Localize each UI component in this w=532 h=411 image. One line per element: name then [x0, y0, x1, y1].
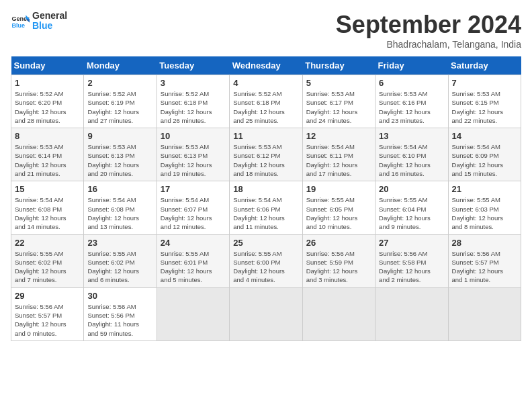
- calendar-week-0: 1Sunrise: 5:52 AMSunset: 6:20 PMDaylight…: [11, 75, 521, 128]
- day-header-monday: Monday: [84, 56, 157, 75]
- calendar-cell-19: 19Sunrise: 5:55 AMSunset: 6:05 PMDayligh…: [302, 181, 375, 234]
- day-number: 8: [15, 131, 80, 141]
- day-number: 2: [87, 78, 152, 88]
- day-info: Sunrise: 5:56 AMSunset: 5:57 PMDaylight:…: [15, 303, 66, 337]
- day-header-sunday: Sunday: [11, 56, 84, 75]
- day-info: Sunrise: 5:52 AMSunset: 6:18 PMDaylight:…: [161, 90, 212, 124]
- day-number: 30: [87, 291, 152, 301]
- day-info: Sunrise: 5:55 AMSunset: 6:01 PMDaylight:…: [161, 250, 212, 284]
- day-number: 14: [452, 131, 517, 141]
- logo-blue: Blue: [32, 21, 67, 31]
- day-header-wednesday: Wednesday: [230, 56, 302, 75]
- day-info: Sunrise: 5:56 AMSunset: 5:59 PMDaylight:…: [306, 250, 358, 284]
- day-info: Sunrise: 5:55 AMSunset: 6:05 PMDaylight:…: [306, 196, 358, 230]
- day-info: Sunrise: 5:55 AMSunset: 6:02 PMDaylight:…: [15, 250, 66, 284]
- day-number: 21: [452, 184, 517, 194]
- calendar-cell-empty-44: [302, 287, 375, 340]
- day-header-tuesday: Tuesday: [157, 56, 229, 75]
- day-info: Sunrise: 5:53 AMSunset: 6:12 PMDaylight:…: [233, 143, 285, 177]
- day-info: Sunrise: 5:54 AMSunset: 6:10 PMDaylight:…: [379, 143, 431, 177]
- day-info: Sunrise: 5:54 AMSunset: 6:07 PMDaylight:…: [161, 196, 212, 230]
- day-info: Sunrise: 5:54 AMSunset: 6:08 PMDaylight:…: [87, 196, 139, 230]
- month-title: September 2024: [336, 11, 521, 39]
- calendar-cell-14: 14Sunrise: 5:54 AMSunset: 6:09 PMDayligh…: [448, 128, 521, 181]
- calendar-cell-30: 30Sunrise: 5:56 AMSunset: 5:56 PMDayligh…: [84, 287, 157, 340]
- day-number: 3: [161, 78, 226, 88]
- calendar-cell-18: 18Sunrise: 5:54 AMSunset: 6:06 PMDayligh…: [230, 181, 302, 234]
- day-info: Sunrise: 5:54 AMSunset: 6:09 PMDaylight:…: [452, 143, 504, 177]
- calendar-cell-6: 6Sunrise: 5:53 AMSunset: 6:16 PMDaylight…: [375, 75, 448, 128]
- calendar-cell-22: 22Sunrise: 5:55 AMSunset: 6:02 PMDayligh…: [11, 234, 84, 287]
- svg-text:Blue: Blue: [11, 22, 25, 29]
- day-header-saturday: Saturday: [448, 56, 521, 75]
- logo: General Blue General Blue: [11, 11, 67, 32]
- calendar-cell-7: 7Sunrise: 5:53 AMSunset: 6:15 PMDaylight…: [448, 75, 521, 128]
- calendar-cell-20: 20Sunrise: 5:55 AMSunset: 6:04 PMDayligh…: [375, 181, 448, 234]
- day-info: Sunrise: 5:54 AMSunset: 6:11 PMDaylight:…: [306, 143, 358, 177]
- day-number: 16: [87, 184, 152, 194]
- day-number: 17: [161, 184, 226, 194]
- day-info: Sunrise: 5:54 AMSunset: 6:08 PMDaylight:…: [15, 196, 66, 230]
- day-info: Sunrise: 5:55 AMSunset: 6:00 PMDaylight:…: [233, 250, 285, 284]
- day-number: 7: [452, 78, 517, 88]
- calendar-cell-12: 12Sunrise: 5:54 AMSunset: 6:11 PMDayligh…: [302, 128, 375, 181]
- calendar-cell-8: 8Sunrise: 5:53 AMSunset: 6:14 PMDaylight…: [11, 128, 84, 181]
- calendar-cell-24: 24Sunrise: 5:55 AMSunset: 6:01 PMDayligh…: [157, 234, 229, 287]
- day-number: 18: [233, 184, 298, 194]
- logo-icon: General Blue: [11, 11, 30, 30]
- calendar-cell-15: 15Sunrise: 5:54 AMSunset: 6:08 PMDayligh…: [11, 181, 84, 234]
- calendar-cell-4: 4Sunrise: 5:52 AMSunset: 6:18 PMDaylight…: [230, 75, 302, 128]
- day-header-thursday: Thursday: [302, 56, 375, 75]
- day-info: Sunrise: 5:53 AMSunset: 6:14 PMDaylight:…: [15, 143, 66, 177]
- day-number: 22: [15, 238, 80, 248]
- calendar-cell-26: 26Sunrise: 5:56 AMSunset: 5:59 PMDayligh…: [302, 234, 375, 287]
- day-number: 27: [379, 238, 444, 248]
- calendar-cell-9: 9Sunrise: 5:53 AMSunset: 6:13 PMDaylight…: [84, 128, 157, 181]
- title-block: September 2024 Bhadrachalam, Telangana, …: [336, 11, 521, 50]
- day-number: 6: [379, 78, 444, 88]
- day-info: Sunrise: 5:53 AMSunset: 6:13 PMDaylight:…: [161, 143, 212, 177]
- day-number: 9: [87, 131, 152, 141]
- day-number: 13: [379, 131, 444, 141]
- day-info: Sunrise: 5:56 AMSunset: 5:56 PMDaylight:…: [87, 303, 139, 337]
- calendar-cell-5: 5Sunrise: 5:53 AMSunset: 6:17 PMDaylight…: [302, 75, 375, 128]
- calendar-week-2: 15Sunrise: 5:54 AMSunset: 6:08 PMDayligh…: [11, 181, 521, 234]
- calendar-cell-17: 17Sunrise: 5:54 AMSunset: 6:07 PMDayligh…: [157, 181, 229, 234]
- location-subtitle: Bhadrachalam, Telangana, India: [336, 39, 521, 50]
- day-number: 29: [15, 291, 80, 301]
- day-number: 10: [161, 131, 226, 141]
- calendar-header-row: SundayMondayTuesdayWednesdayThursdayFrid…: [11, 56, 521, 75]
- day-info: Sunrise: 5:53 AMSunset: 6:17 PMDaylight:…: [306, 90, 358, 124]
- calendar-cell-10: 10Sunrise: 5:53 AMSunset: 6:13 PMDayligh…: [157, 128, 229, 181]
- day-number: 1: [15, 78, 80, 88]
- day-info: Sunrise: 5:56 AMSunset: 5:57 PMDaylight:…: [452, 250, 504, 284]
- day-number: 4: [233, 78, 298, 88]
- calendar-cell-empty-43: [230, 287, 302, 340]
- day-info: Sunrise: 5:52 AMSunset: 6:20 PMDaylight:…: [15, 90, 66, 124]
- day-number: 11: [233, 131, 298, 141]
- day-number: 5: [306, 78, 371, 88]
- day-info: Sunrise: 5:53 AMSunset: 6:16 PMDaylight:…: [379, 90, 431, 124]
- calendar-cell-29: 29Sunrise: 5:56 AMSunset: 5:57 PMDayligh…: [11, 287, 84, 340]
- calendar-cell-21: 21Sunrise: 5:55 AMSunset: 6:03 PMDayligh…: [448, 181, 521, 234]
- day-number: 25: [233, 238, 298, 248]
- calendar-cell-16: 16Sunrise: 5:54 AMSunset: 6:08 PMDayligh…: [84, 181, 157, 234]
- day-info: Sunrise: 5:53 AMSunset: 6:13 PMDaylight:…: [87, 143, 139, 177]
- calendar-cell-28: 28Sunrise: 5:56 AMSunset: 5:57 PMDayligh…: [448, 234, 521, 287]
- day-number: 20: [379, 184, 444, 194]
- day-info: Sunrise: 5:55 AMSunset: 6:04 PMDaylight:…: [379, 196, 431, 230]
- calendar-week-3: 22Sunrise: 5:55 AMSunset: 6:02 PMDayligh…: [11, 234, 521, 287]
- calendar-cell-23: 23Sunrise: 5:55 AMSunset: 6:02 PMDayligh…: [84, 234, 157, 287]
- day-info: Sunrise: 5:56 AMSunset: 5:58 PMDaylight:…: [379, 250, 431, 284]
- day-number: 15: [15, 184, 80, 194]
- day-info: Sunrise: 5:54 AMSunset: 6:06 PMDaylight:…: [233, 196, 285, 230]
- day-info: Sunrise: 5:52 AMSunset: 6:18 PMDaylight:…: [233, 90, 285, 124]
- calendar-cell-25: 25Sunrise: 5:55 AMSunset: 6:00 PMDayligh…: [230, 234, 302, 287]
- calendar-cell-empty-45: [375, 287, 448, 340]
- day-info: Sunrise: 5:55 AMSunset: 6:03 PMDaylight:…: [452, 196, 504, 230]
- day-number: 26: [306, 238, 371, 248]
- day-number: 12: [306, 131, 371, 141]
- calendar-cell-2: 2Sunrise: 5:52 AMSunset: 6:19 PMDaylight…: [84, 75, 157, 128]
- day-number: 24: [161, 238, 226, 248]
- calendar-week-1: 8Sunrise: 5:53 AMSunset: 6:14 PMDaylight…: [11, 128, 521, 181]
